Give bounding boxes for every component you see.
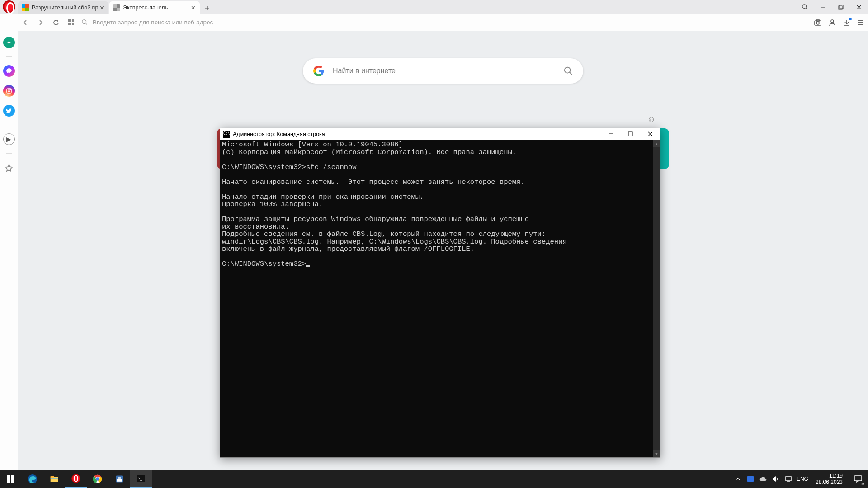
svg-rect-36 bbox=[51, 476, 54, 477]
tab-close-icon[interactable]: ✕ bbox=[190, 5, 196, 11]
sidebar-separator bbox=[6, 56, 12, 57]
svg-rect-27 bbox=[628, 132, 632, 136]
svg-rect-50 bbox=[854, 476, 862, 481]
tab-search-button[interactable] bbox=[796, 0, 814, 14]
snapshot-button[interactable] bbox=[814, 19, 822, 27]
tab-1[interactable]: Экспресс-панель ✕ bbox=[109, 1, 200, 14]
svg-rect-42 bbox=[117, 479, 122, 482]
address-input[interactable] bbox=[93, 19, 809, 26]
taskbar-left: >_ bbox=[0, 470, 152, 488]
svg-rect-8 bbox=[72, 19, 74, 22]
svg-rect-3 bbox=[839, 6, 842, 9]
svg-point-23 bbox=[10, 89, 10, 89]
svg-point-0 bbox=[802, 5, 806, 9]
tab-0[interactable]: Разрушительный сбой пр ✕ bbox=[18, 1, 108, 14]
taskbar-explorer-icon[interactable] bbox=[43, 470, 65, 488]
nav-back-button[interactable] bbox=[20, 17, 31, 28]
svg-line-12 bbox=[85, 23, 87, 24]
search-icon bbox=[81, 19, 88, 26]
clock-date: 28.06.2023 bbox=[816, 479, 843, 485]
window-controls bbox=[796, 0, 868, 14]
scroll-down-icon[interactable]: ▼ bbox=[653, 450, 660, 457]
sidebar-pinboards-icon[interactable] bbox=[3, 162, 15, 174]
sidebar-separator bbox=[6, 125, 12, 125]
taskbar-clock[interactable]: 11:19 28.06.2023 bbox=[812, 473, 846, 485]
svg-rect-7 bbox=[68, 19, 71, 22]
svg-rect-33 bbox=[11, 479, 14, 483]
svg-rect-31 bbox=[11, 475, 14, 479]
tray-volume-icon[interactable] bbox=[771, 474, 780, 483]
action-center-button[interactable]: 15 bbox=[850, 470, 866, 488]
svg-point-11 bbox=[82, 20, 86, 24]
sidebar-twitter-icon[interactable] bbox=[3, 105, 15, 117]
customize-button[interactable]: ☺ bbox=[647, 115, 656, 124]
svg-rect-10 bbox=[72, 23, 74, 25]
sidebar-separator bbox=[6, 153, 12, 154]
sidebar-player-icon[interactable]: ▶ bbox=[3, 133, 15, 145]
taskbar-opera-icon[interactable] bbox=[65, 470, 87, 488]
tab-close-icon[interactable]: ✕ bbox=[99, 5, 105, 11]
sidebar-instagram-icon[interactable] bbox=[3, 85, 15, 97]
svg-rect-43 bbox=[118, 477, 121, 479]
nav-forward-button[interactable] bbox=[35, 17, 46, 28]
window-close-button[interactable] bbox=[850, 0, 868, 14]
opera-menu-button[interactable] bbox=[3, 0, 15, 13]
tab-strip: Разрушительный сбой пр ✕ Экспресс-панель… bbox=[0, 0, 868, 14]
scroll-up-icon[interactable]: ▲ bbox=[653, 140, 660, 147]
windows-taskbar: >_ ENG 11:19 28.06.2023 15 bbox=[0, 470, 868, 488]
taskbar-app-icon[interactable] bbox=[108, 470, 130, 488]
svg-rect-30 bbox=[7, 475, 10, 479]
tray-network-icon[interactable] bbox=[784, 474, 793, 483]
tray-show-hidden-icon[interactable] bbox=[733, 474, 742, 483]
taskbar-chrome-icon[interactable] bbox=[87, 470, 108, 488]
svg-rect-9 bbox=[68, 23, 71, 25]
notif-badge: 15 bbox=[860, 482, 864, 486]
tray-app-icon[interactable] bbox=[746, 474, 755, 483]
tray-language[interactable]: ENG bbox=[797, 474, 808, 483]
address-bar[interactable] bbox=[81, 16, 809, 29]
easy-setup-button[interactable] bbox=[857, 19, 864, 26]
window-maximize-button[interactable] bbox=[832, 0, 850, 14]
downloads-button[interactable] bbox=[843, 19, 851, 27]
sidebar-aria-icon[interactable]: ✦ bbox=[3, 37, 15, 48]
browser-toolbar bbox=[0, 14, 868, 31]
window-minimize-button[interactable] bbox=[814, 0, 832, 14]
start-button[interactable] bbox=[0, 470, 22, 488]
svg-point-16 bbox=[831, 20, 834, 23]
tab-title: Экспресс-панель bbox=[123, 5, 190, 11]
profile-button[interactable] bbox=[828, 19, 836, 27]
cmd-titlebar[interactable]: Администратор: Командная строка bbox=[220, 128, 660, 140]
svg-rect-46 bbox=[747, 476, 754, 482]
svg-point-24 bbox=[565, 67, 571, 73]
google-search-bar[interactable] bbox=[303, 58, 583, 84]
taskbar-right: ENG 11:19 28.06.2023 15 bbox=[733, 470, 868, 488]
svg-rect-37 bbox=[51, 478, 58, 479]
google-search-input[interactable] bbox=[333, 67, 555, 75]
taskbar-edge-icon[interactable] bbox=[22, 470, 43, 488]
taskbar-cmd-icon[interactable]: >_ bbox=[130, 470, 152, 488]
clock-time: 11:19 bbox=[816, 473, 843, 479]
tab-favicon-speeddial-icon bbox=[113, 4, 120, 11]
cmd-icon bbox=[223, 131, 230, 138]
tab-favicon-ms-icon bbox=[22, 4, 29, 11]
speed-dial-button[interactable] bbox=[66, 17, 77, 28]
cmd-minimize-button[interactable] bbox=[600, 128, 620, 140]
cmd-close-button[interactable] bbox=[640, 128, 660, 140]
sidebar-messenger-icon[interactable] bbox=[3, 65, 15, 77]
search-submit-icon[interactable] bbox=[563, 66, 573, 76]
cmd-maximize-button[interactable] bbox=[620, 128, 640, 140]
new-tab-button[interactable]: ＋ bbox=[201, 1, 213, 14]
cmd-scrollbar[interactable]: ▲ ▼ bbox=[653, 140, 660, 457]
cmd-body[interactable]: Microsoft Windows [Version 10.0.19045.30… bbox=[220, 140, 660, 457]
scroll-track[interactable] bbox=[653, 147, 660, 450]
svg-marker-47 bbox=[773, 476, 776, 482]
tray-onedrive-icon[interactable] bbox=[759, 474, 768, 483]
svg-point-22 bbox=[8, 90, 10, 92]
cmd-output: Microsoft Windows [Version 10.0.19045.30… bbox=[220, 140, 653, 457]
nav-reload-button[interactable] bbox=[51, 17, 61, 28]
toolbar-right-cluster bbox=[814, 19, 864, 27]
svg-line-25 bbox=[570, 72, 572, 75]
svg-rect-48 bbox=[786, 477, 791, 481]
svg-text:>_: >_ bbox=[138, 476, 142, 481]
google-logo-icon bbox=[313, 65, 325, 77]
